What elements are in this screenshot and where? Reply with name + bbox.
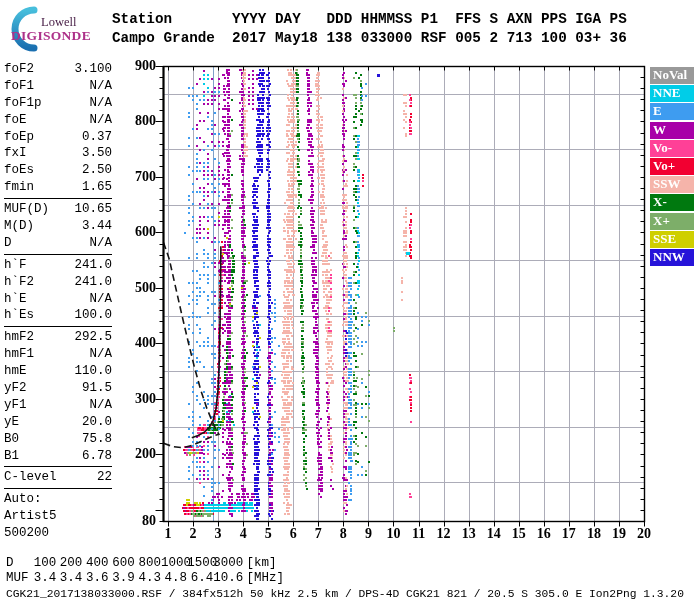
param-name: Auto: (4, 491, 42, 508)
param-value: 22 (97, 469, 112, 486)
legend-item-ssw: SSW (650, 176, 694, 193)
param-value: 3.44 (82, 218, 112, 235)
footer-value: 1500 (187, 556, 213, 571)
param-row: 500200 (4, 525, 112, 542)
footer-value: 3000 (213, 556, 239, 571)
param-name: hmF2 (4, 329, 34, 346)
param-value: 241.0 (74, 257, 112, 274)
param-value: N/A (89, 235, 112, 252)
param-name: yF2 (4, 380, 27, 397)
param-row: C-level22 (4, 469, 112, 486)
footer-value: 800 (135, 556, 161, 571)
param-name: foF1 (4, 78, 34, 95)
param-value: 6.78 (82, 448, 112, 465)
param-separator (4, 466, 112, 467)
param-value: N/A (89, 291, 112, 308)
param-row: DN/A (4, 235, 112, 252)
param-name: h`Es (4, 307, 34, 324)
param-row: MUF(D)10.65 (4, 201, 112, 218)
param-name: M(D) (4, 218, 34, 235)
param-value: N/A (89, 112, 112, 129)
doppler-direction-legend: NoValNNEEWVo-Vo+SSWX-X+SSENNW (650, 67, 694, 267)
digisonde-ionogram-window: Lowell DIGISONDE Station YYYY DAY DDD HH… (0, 0, 700, 600)
param-row: hmF2292.5 (4, 329, 112, 346)
header-station-values: Campo Grande 2017 May18 138 033000 RSF 0… (112, 29, 627, 48)
d-row-unit: [km] (247, 556, 277, 571)
footer-value: 3.4 (30, 571, 56, 586)
d-row-values: 100200400600800100015003000 (30, 556, 240, 571)
param-separator (4, 326, 112, 327)
parameter-panel: foF23.100foF1N/AfoF1pN/AfoEN/AfoEp0.37fx… (4, 61, 112, 542)
param-row: foEs2.50 (4, 162, 112, 179)
param-name: fmin (4, 179, 34, 196)
param-name: yF1 (4, 397, 27, 414)
param-separator (4, 198, 112, 199)
param-separator (4, 488, 112, 489)
param-row: M(D)3.44 (4, 218, 112, 235)
param-row: Artist5 (4, 508, 112, 525)
file-info-line: CGK21_2017138033000.RSF / 384fx512h 50 k… (6, 588, 684, 600)
param-name: Artist5 (4, 508, 57, 525)
param-name: h`E (4, 291, 27, 308)
param-value: N/A (89, 78, 112, 95)
param-row: foEp0.37 (4, 129, 112, 146)
footer-value: 1000 (161, 556, 187, 571)
param-name: h`F2 (4, 274, 34, 291)
footer-value: 3.9 (109, 571, 135, 586)
param-value: 100.0 (74, 307, 112, 324)
param-value: 292.5 (74, 329, 112, 346)
footer-value: 3.6 (82, 571, 108, 586)
param-name: foEp (4, 129, 34, 146)
param-name: fxI (4, 145, 27, 162)
param-name: B1 (4, 448, 19, 465)
param-value: 2.50 (82, 162, 112, 179)
legend-item-x-: X- (650, 194, 694, 211)
param-value: 1.65 (82, 179, 112, 196)
header-column-titles: Station YYYY DAY DDD HHMMSS P1 FFS S AXN… (112, 10, 627, 29)
param-value: 91.5 (82, 380, 112, 397)
lowell-digisonde-logo: Lowell DIGISONDE (2, 2, 114, 54)
footer-value: 400 (82, 556, 108, 571)
param-row: foF1N/A (4, 78, 112, 95)
distance-muf-table-row-d: D 100200400600800100015003000 [km] (6, 556, 684, 571)
param-value: N/A (89, 346, 112, 363)
param-name: hmF1 (4, 346, 34, 363)
legend-item-nne: NNE (650, 85, 694, 102)
param-row: B075.8 (4, 431, 112, 448)
param-row: yE20.0 (4, 414, 112, 431)
param-row: foF23.100 (4, 61, 112, 78)
param-value: 241.0 (74, 274, 112, 291)
param-value: 75.8 (82, 431, 112, 448)
param-row: h`F241.0 (4, 257, 112, 274)
param-name: foEs (4, 162, 34, 179)
footer-value: 10.6 (213, 571, 239, 586)
legend-item-e: E (650, 103, 694, 120)
param-name: B0 (4, 431, 19, 448)
param-row: Auto: (4, 491, 112, 508)
legend-item-vo+: Vo+ (650, 158, 694, 175)
legend-item-nnw: NNW (650, 249, 694, 266)
param-name: C-level (4, 469, 57, 486)
param-name: foF2 (4, 61, 34, 78)
param-row: fmin1.65 (4, 179, 112, 196)
param-row: yF291.5 (4, 380, 112, 397)
footer-value: 200 (56, 556, 82, 571)
param-value: 20.0 (82, 414, 112, 431)
param-separator (4, 254, 112, 255)
param-value: 3.50 (82, 145, 112, 162)
param-row: h`Es100.0 (4, 307, 112, 324)
param-value: 0.37 (82, 129, 112, 146)
param-name: yE (4, 414, 19, 431)
footer-value: 100 (30, 556, 56, 571)
param-row: hmF1N/A (4, 346, 112, 363)
param-name: D (4, 235, 12, 252)
footer-block: D 100200400600800100015003000 [km] MUF 3… (6, 556, 684, 600)
footer-value: 3.4 (56, 571, 82, 586)
param-value: 10.65 (74, 201, 112, 218)
legend-item-noval: NoVal (650, 67, 694, 84)
station-header: Station YYYY DAY DDD HHMMSS P1 FFS S AXN… (112, 10, 627, 47)
param-name: foF1p (4, 95, 42, 112)
footer-value: 6.4 (187, 571, 213, 586)
param-row: yF1N/A (4, 397, 112, 414)
legend-item-sse: SSE (650, 231, 694, 248)
